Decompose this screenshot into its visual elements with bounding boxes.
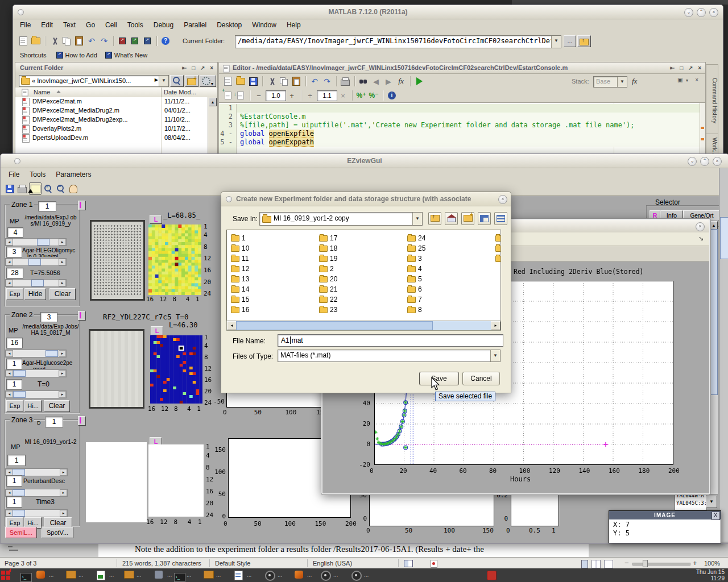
- new-folder-button[interactable]: [185, 75, 198, 87]
- zone3-perturbant-field[interactable]: 1: [6, 475, 22, 487]
- decrease-value-icon[interactable]: −: [253, 90, 264, 101]
- zone2-time-field[interactable]: 1: [6, 379, 22, 390]
- selector-scrollbar[interactable]: ▲: [709, 221, 718, 494]
- folder-item[interactable]: 10: [231, 244, 316, 254]
- menu-item-parameters[interactable]: Parameters: [56, 171, 91, 178]
- changes-icon[interactable]: [431, 560, 437, 568]
- folder-list[interactable]: 1101112131415161718192202122232425345678: [226, 230, 501, 322]
- zone1-heatmap[interactable]: [148, 225, 201, 295]
- zoom-out-icon[interactable]: −: [624, 559, 629, 567]
- folder-item[interactable]: 14: [231, 285, 316, 295]
- actions-button[interactable]: ▼: [200, 75, 216, 87]
- maximize-panel-icon[interactable]: □: [680, 65, 685, 71]
- zone1-popout-button[interactable]: ▎: [78, 201, 86, 210]
- folder-item[interactable]: 15: [231, 295, 316, 305]
- zone2-popout-button[interactable]: ▎: [78, 311, 86, 321]
- tab-command-history[interactable]: Command History: [706, 64, 718, 137]
- writer-page[interactable]: Note the addition to the experiment fold…: [98, 543, 589, 557]
- increase-value-icon[interactable]: +: [286, 90, 297, 101]
- file-name[interactable]: DoverlayPlots2.m: [32, 125, 159, 132]
- zone1-index-field[interactable]: 1: [38, 201, 56, 211]
- redo-icon[interactable]: ↷: [98, 35, 110, 47]
- paste-icon[interactable]: [73, 35, 85, 47]
- editor-marker-strip[interactable]: [700, 103, 705, 155]
- folder-item[interactable]: 4: [407, 264, 493, 275]
- pan-icon[interactable]: [68, 183, 79, 194]
- warning-marker[interactable]: [701, 138, 704, 140]
- file-row[interactable]: DMPexcel2mat.m11/11/2...: [15, 97, 208, 106]
- next-cell-icon[interactable]: ↓: [235, 90, 246, 101]
- dropdown-icon[interactable]: ▼: [412, 213, 422, 225]
- undo-icon[interactable]: ↶: [309, 76, 320, 87]
- folder-item[interactable]: 12: [231, 264, 316, 275]
- folder-item[interactable]: 1: [231, 234, 316, 244]
- undo-icon[interactable]: ↶: [86, 35, 97, 47]
- zone2-mp-field[interactable]: 16: [6, 338, 23, 348]
- up-one-level-icon[interactable]: [428, 212, 441, 225]
- menu-item-tools[interactable]: Tools: [30, 171, 46, 178]
- file-row[interactable]: DoverlayPlots2.m10/17/2...: [15, 124, 208, 134]
- editor-titlebar[interactable]: Editor - /media/data/EASY/InovImager_jwr…: [219, 63, 705, 74]
- undock-icon[interactable]: ↗: [200, 65, 206, 71]
- menu-item-tools[interactable]: Tools: [127, 21, 143, 29]
- menu-item-file[interactable]: File: [9, 171, 19, 178]
- scroll-up-icon[interactable]: ▲: [209, 98, 217, 106]
- folder-item[interactable]: 24: [407, 234, 493, 244]
- book-page-view-icon[interactable]: [604, 560, 613, 568]
- copy-icon[interactable]: [278, 76, 289, 87]
- file-name[interactable]: DpertsUploadDev.m: [32, 134, 159, 141]
- dialog-titlebar[interactable]: Create new Experiment folder and data st…: [221, 192, 511, 206]
- menu-item-window[interactable]: Window: [252, 21, 276, 29]
- menu-item-debug[interactable]: Debug: [154, 21, 173, 29]
- save-icon[interactable]: [4, 183, 15, 194]
- menu-item-cell[interactable]: Cell: [105, 21, 117, 29]
- zone1-mp-scrollbar[interactable]: ◂▸: [5, 238, 67, 246]
- grid-view-icon[interactable]: [478, 212, 491, 225]
- file-name[interactable]: DMPexcel2mat_MediaDrug2.m: [32, 107, 159, 114]
- taskbar-item-calc-doc[interactable]: [97, 571, 105, 582]
- zone2-media-field[interactable]: 1: [6, 359, 22, 369]
- cut-icon[interactable]: [266, 76, 277, 87]
- code-line[interactable]: %[file,path] = uiputfile('.mat','Create …: [237, 121, 700, 130]
- folder-list-hscrollbar[interactable]: ◂ ▸: [226, 321, 501, 331]
- menu-item-edit[interactable]: Edit: [41, 21, 53, 29]
- spotview-button[interactable]: SpotV...: [42, 527, 73, 538]
- copy-icon[interactable]: [61, 35, 72, 47]
- zone2-clear-button[interactable]: Clear: [44, 400, 70, 412]
- code-line[interactable]: global openExppath: [237, 138, 700, 147]
- warning-marker[interactable]: [701, 127, 704, 129]
- folder-item[interactable]: 11: [231, 254, 316, 264]
- new-file-icon[interactable]: [222, 76, 234, 87]
- save-in-combo[interactable]: MI 16_0919_yor1-2 copy ▼: [259, 212, 423, 226]
- folder-item[interactable]: 8: [407, 305, 493, 315]
- file-name[interactable]: DMPexcel2mat.m: [32, 98, 159, 105]
- menu-item-go[interactable]: Go: [86, 21, 95, 29]
- zoom-slider[interactable]: [632, 563, 690, 566]
- taskbar-item-writer-doc[interactable]: [234, 571, 243, 582]
- code-line[interactable]: [237, 104, 700, 113]
- menu-item-parallel[interactable]: Parallel: [184, 21, 206, 29]
- print-icon[interactable]: [340, 76, 351, 87]
- zone2-index-field[interactable]: 3: [40, 312, 57, 322]
- new-file-icon[interactable]: [18, 35, 29, 47]
- zone2-heatmap[interactable]: [150, 335, 202, 404]
- folder-item-partial[interactable]: [495, 244, 501, 254]
- status-page[interactable]: Page 3 of 3: [5, 560, 36, 567]
- status-language[interactable]: English (USA): [313, 560, 352, 567]
- zone2-mp-scrollbar[interactable]: ◂▸: [5, 350, 67, 357]
- folder-item[interactable]: 25: [407, 244, 493, 254]
- file-row[interactable]: DMPexcel2mat_MediaDrug2.m04/01/2...: [15, 106, 208, 115]
- zone2-media-scrollbar[interactable]: ◂▸: [5, 369, 67, 377]
- close-editor-icon[interactable]: ×: [695, 77, 701, 83]
- zoom-percent[interactable]: 100%: [704, 560, 720, 567]
- maximize-button[interactable]: ⌃: [697, 8, 706, 17]
- zoom-out-icon[interactable]: −: [55, 183, 67, 194]
- zone1-l-button[interactable]: L: [150, 215, 162, 224]
- multi-page-view-icon[interactable]: [592, 560, 601, 568]
- cell-value-field[interactable]: 1.0: [266, 90, 286, 101]
- divide-icon[interactable]: ÷: [304, 90, 316, 101]
- zone3-time-scrollbar[interactable]: ◂▸: [5, 509, 68, 517]
- file-row[interactable]: DMPexcel2mat_MediaDrug2exp...11/10/2...: [15, 115, 208, 124]
- scrollbar-thumb[interactable]: [720, 217, 728, 259]
- code-line[interactable]: global openExpfile: [237, 130, 700, 138]
